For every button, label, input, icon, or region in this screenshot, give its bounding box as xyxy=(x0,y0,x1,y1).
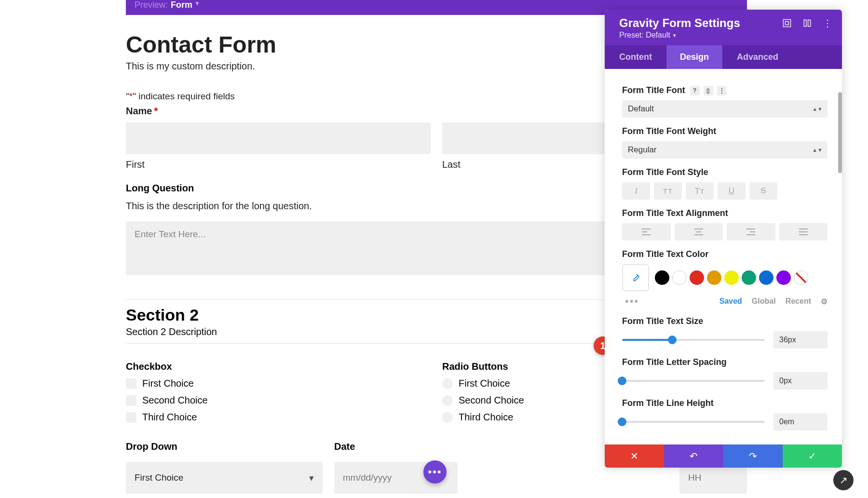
chevron-down-icon: ▼ xyxy=(672,33,677,38)
panel-header: Gravity Form Settings ⋮ Preset: Default … xyxy=(605,10,842,45)
panel-body: Form Title Font ? ▯ ⋮ Default▲▼ Form Tit… xyxy=(605,69,842,444)
svg-rect-2 xyxy=(804,20,806,26)
letter-spacing-value[interactable]: 0px xyxy=(773,372,827,390)
close-button[interactable]: ✕ xyxy=(605,444,664,468)
preview-label: Preview: xyxy=(135,0,168,10)
radio-icon[interactable] xyxy=(442,395,453,406)
swatch-orange[interactable] xyxy=(707,270,721,285)
color-tab-recent[interactable]: Recent xyxy=(786,297,811,306)
align-justify-button[interactable] xyxy=(779,223,828,241)
font-select[interactable]: Default▲▼ xyxy=(622,100,827,118)
eyedropper-icon xyxy=(630,272,641,283)
swatch-black[interactable] xyxy=(655,270,669,285)
align-right-button[interactable] xyxy=(727,223,775,241)
tab-content[interactable]: Content xyxy=(605,45,666,69)
color-picker-button[interactable] xyxy=(622,264,649,291)
letter-spacing-label: Form Title Letter Spacing xyxy=(622,357,827,367)
align-center-button[interactable] xyxy=(675,223,723,241)
checkbox-icon[interactable] xyxy=(126,378,136,389)
settings-panel: Gravity Form Settings ⋮ Preset: Default … xyxy=(605,10,842,468)
preview-value: Form xyxy=(171,0,192,10)
letter-spacing-slider[interactable] xyxy=(622,380,765,382)
swatch-red[interactable] xyxy=(690,270,704,285)
checkbox-option[interactable]: Second Choice xyxy=(126,395,431,406)
line-height-slider[interactable] xyxy=(622,421,765,423)
checkbox-icon[interactable] xyxy=(126,412,136,423)
more-options-fab[interactable]: ••• xyxy=(423,460,447,484)
kebab-icon[interactable]: ⋮ xyxy=(823,17,832,29)
panel-tabs: Content Design Advanced xyxy=(605,45,842,69)
select-arrow-icon: ▲▼ xyxy=(812,147,823,153)
scrollbar[interactable] xyxy=(838,92,842,173)
checkbox-option[interactable]: Third Choice xyxy=(126,412,431,423)
redo-button[interactable]: ↷ xyxy=(723,444,783,468)
swatch-white[interactable] xyxy=(672,270,687,285)
undo-button[interactable]: ↶ xyxy=(664,444,723,468)
panel-footer: ✕ ↶ ↷ ✓ xyxy=(605,444,842,468)
swatch-yellow[interactable] xyxy=(724,270,739,285)
checkbox-option[interactable]: First Choice xyxy=(126,378,431,389)
select-arrow-icon: ▲▼ xyxy=(812,106,823,112)
swatch-none[interactable] xyxy=(794,270,808,285)
underline-button[interactable]: U xyxy=(718,182,746,200)
mobile-icon[interactable]: ▯ xyxy=(704,86,713,95)
help-icon[interactable]: ? xyxy=(690,86,700,95)
chevron-down-icon: ▾ xyxy=(309,472,314,484)
line-height-label: Form Title Line Height xyxy=(622,398,827,408)
text-color-label: Form Title Text Color xyxy=(622,249,827,259)
tab-design[interactable]: Design xyxy=(666,45,722,69)
smallcaps-button[interactable]: Tᴛ xyxy=(686,182,714,200)
expand-icon[interactable] xyxy=(782,18,792,28)
font-label: Form Title Font ? ▯ ⋮ xyxy=(622,85,827,95)
italic-button[interactable]: I xyxy=(622,182,650,200)
svg-rect-0 xyxy=(784,20,791,27)
radio-icon[interactable] xyxy=(442,412,453,423)
color-tab-saved[interactable]: Saved xyxy=(719,297,742,306)
kebab-icon[interactable]: ⋮ xyxy=(717,86,727,95)
columns-icon[interactable] xyxy=(802,18,812,28)
required-star: * xyxy=(154,106,158,117)
dropdown-select[interactable]: First Choice ▾ xyxy=(126,462,323,494)
first-name-input[interactable] xyxy=(126,122,431,154)
uppercase-button[interactable]: TT xyxy=(654,182,682,200)
preset-selector[interactable]: Preset: Default ▼ xyxy=(619,31,832,40)
swatch-green[interactable] xyxy=(742,270,756,285)
corner-fab[interactable]: ↗ xyxy=(833,470,854,490)
chevron-down-icon: ▼ xyxy=(194,0,200,7)
gear-icon[interactable]: ⚙ xyxy=(821,297,827,306)
text-size-value[interactable]: 36px xyxy=(773,331,827,349)
checkbox-icon[interactable] xyxy=(126,395,136,406)
font-style-label: Form Title Font Style xyxy=(622,167,827,177)
align-left-button[interactable] xyxy=(622,223,671,241)
checkbox-label: Checkbox xyxy=(126,361,431,372)
text-size-slider[interactable] xyxy=(622,339,765,341)
dropdown-label: Drop Down xyxy=(126,441,323,452)
svg-rect-1 xyxy=(786,22,789,25)
more-colors-icon[interactable]: ••• xyxy=(625,295,639,308)
font-weight-select[interactable]: Regular▲▼ xyxy=(622,141,827,159)
line-height-value[interactable]: 0em xyxy=(773,413,827,431)
font-weight-label: Form Title Font Weight xyxy=(622,126,827,136)
panel-title: Gravity Form Settings xyxy=(619,16,740,30)
swatch-purple[interactable] xyxy=(776,270,791,285)
strikethrough-button[interactable]: S xyxy=(749,182,777,200)
text-size-label: Form Title Text Size xyxy=(622,316,827,326)
swatch-blue[interactable] xyxy=(759,270,773,285)
svg-rect-3 xyxy=(808,20,811,26)
save-button[interactable]: ✓ xyxy=(783,444,842,468)
date-label: Date xyxy=(334,441,458,452)
text-align-label: Form Title Text Alignment xyxy=(622,208,827,218)
tab-advanced[interactable]: Advanced xyxy=(722,45,842,69)
color-tab-global[interactable]: Global xyxy=(752,297,776,306)
radio-icon[interactable] xyxy=(442,378,453,389)
first-name-sublabel: First xyxy=(126,159,431,170)
